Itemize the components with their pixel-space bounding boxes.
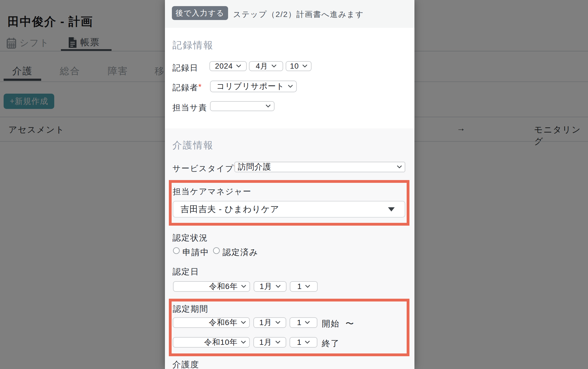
cert-period-start-day-select[interactable]: 1	[290, 317, 317, 328]
care-info-heading: 介護情報	[172, 139, 214, 152]
cert-date-day-value: 1	[297, 282, 302, 291]
chevron-down-icon	[241, 341, 246, 344]
period-end-suffix: 終了	[322, 338, 340, 349]
step-indicator-text: ステップ（2/2）計画書へ進みます	[233, 9, 364, 20]
cert-period-end-year-value: 令和10年	[204, 337, 238, 348]
cert-period-start-day-value: 1	[297, 318, 302, 327]
care-manager-value: 吉田吉夫 - ひまわりケア	[181, 203, 279, 215]
cert-period-start-year-value: 令和6年	[209, 317, 238, 328]
chevron-down-icon	[305, 285, 310, 288]
period-tilde: 〜	[345, 318, 354, 330]
service-manager-select[interactable]	[210, 101, 275, 111]
cert-period-highlight-box: 認定期間 令和6年 1月 1 開始 〜 令和10年 1月 1 終了	[169, 299, 409, 356]
chevron-down-icon	[275, 321, 280, 324]
cert-status-radio-certified[interactable]	[213, 247, 220, 254]
chevron-down-icon	[305, 341, 310, 344]
chevron-down-icon	[271, 64, 276, 68]
recorder-value: コリブリサポート	[216, 81, 285, 92]
chevron-down-icon	[302, 64, 307, 68]
cert-period-end-day-select[interactable]: 1	[290, 337, 317, 348]
recorder-label: 記録者*	[172, 82, 202, 93]
cert-period-start-year-select[interactable]: 令和6年	[173, 317, 250, 328]
chevron-down-icon	[305, 321, 310, 324]
record-date-day-value: 10	[290, 62, 299, 71]
chevron-down-icon	[288, 85, 293, 88]
service-type-value: 訪問介護	[238, 161, 271, 173]
record-date-year-select[interactable]: 2024	[209, 61, 247, 71]
cert-period-end-year-select[interactable]: 令和10年	[173, 337, 250, 348]
cert-status-label: 認定状況	[172, 232, 208, 244]
chevron-down-icon	[397, 165, 402, 169]
care-manager-highlight-box: 担当ケアマネジャー 吉田吉夫 - ひまわりケア	[169, 180, 409, 226]
required-mark: *	[198, 82, 202, 91]
record-info-section: 記録情報 記録日 2024 4月 10 記録者* コリブリサポート 担当サ責	[165, 28, 414, 128]
cert-period-label: 認定期間	[173, 303, 208, 315]
care-manager-label: 担当ケアマネジャー	[173, 186, 251, 197]
record-date-month-value: 4月	[256, 61, 268, 71]
record-date-year-value: 2024	[215, 62, 233, 71]
record-date-label: 記録日	[172, 63, 198, 74]
service-manager-label: 担当サ責	[172, 102, 207, 113]
chevron-down-icon	[266, 104, 271, 108]
care-manager-dropdown[interactable]: 吉田吉夫 - ひまわりケア	[173, 201, 405, 218]
service-type-select[interactable]: 訪問介護	[234, 162, 405, 172]
cert-date-month-select[interactable]: 1月	[254, 281, 286, 292]
cert-period-end-day-value: 1	[297, 338, 302, 347]
cert-date-label: 認定日	[172, 266, 199, 278]
cert-date-month-value: 1月	[260, 281, 272, 292]
plan-step-modal: 後で入力する ステップ（2/2）計画書へ進みます 記録情報 記録日 2024 4…	[165, 0, 414, 369]
cert-period-end-month-select[interactable]: 1月	[253, 337, 286, 348]
cert-status-option2-label[interactable]: 認定済み	[223, 247, 258, 258]
period-start-suffix: 開始	[322, 318, 340, 330]
chevron-down-icon	[241, 321, 246, 324]
modal-header: 後で入力する ステップ（2/2）計画書へ進みます	[165, 0, 414, 28]
care-level-label: 介護度	[172, 359, 199, 369]
chevron-down-icon	[241, 285, 246, 288]
cert-period-start-month-value: 1月	[259, 317, 272, 328]
service-type-label: サービスタイプ*	[172, 163, 238, 174]
caret-down-icon	[388, 207, 395, 211]
cert-status-option1-label[interactable]: 申請中	[182, 247, 209, 258]
cert-period-start-month-select[interactable]: 1月	[253, 317, 286, 328]
cert-date-year-select[interactable]: 令和6年	[173, 281, 250, 292]
cert-period-end-month-value: 1月	[259, 337, 272, 348]
record-info-heading: 記録情報	[172, 39, 214, 52]
recorder-select[interactable]: コリブリサポート	[210, 81, 297, 92]
chevron-down-icon	[236, 64, 241, 68]
record-date-day-select[interactable]: 10	[286, 61, 312, 71]
cert-date-day-select[interactable]: 1	[290, 281, 318, 292]
cert-date-year-value: 令和6年	[209, 281, 238, 292]
chevron-down-icon	[276, 285, 281, 288]
enter-later-button[interactable]: 後で入力する	[172, 6, 228, 20]
record-date-month-select[interactable]: 4月	[249, 61, 283, 71]
chevron-down-icon	[275, 341, 280, 344]
cert-status-radio-applying[interactable]	[173, 247, 180, 254]
